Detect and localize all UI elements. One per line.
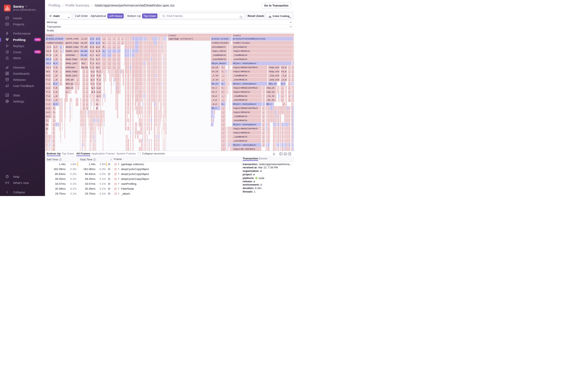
svg-text:…: …	[53, 123, 54, 126]
svg-text:deep…ject: deep…ject	[66, 74, 77, 77]
svg-text:…: …	[83, 91, 84, 93]
svg-text:…: …	[263, 140, 264, 142]
svg-text:req…ck: req…ck	[267, 86, 274, 89]
svg-text:…: …	[83, 78, 84, 81]
svg-text:s…r: s…r	[90, 54, 94, 56]
svg-text:jestAdapter: jestAdapter	[233, 46, 247, 48]
svg-text:u…n: u…n	[46, 111, 50, 114]
svg-text:proces…ctions: proces…ctions	[46, 38, 63, 40]
svg-text:r…: r…	[53, 107, 56, 110]
svg-text:w…c: w…c	[92, 86, 95, 89]
svg-text:…: …	[109, 54, 110, 56]
svg-text:c…: c…	[103, 42, 105, 44]
svg-text:_e…e: _e…e	[211, 103, 217, 105]
svg-text:…: …	[223, 111, 224, 114]
svg-text:…: …	[118, 58, 119, 60]
svg-text:requireModule: requireModule	[233, 111, 250, 114]
svg-text:…: …	[118, 42, 119, 44]
svg-text:f…e: f…e	[46, 95, 50, 97]
svg-text:_…e: _…e	[53, 54, 57, 56]
svg-text:w…c: w…c	[96, 54, 100, 56]
svg-text:…: …	[86, 70, 88, 73]
svg-text:…: …	[86, 86, 88, 89]
svg-text:r…1: r…1	[90, 66, 94, 68]
svg-text:deep…ject: deep…ject	[66, 62, 77, 64]
svg-text:_e…e: _e…e	[281, 78, 287, 81]
svg-text:p…e: p…e	[96, 46, 100, 48]
svg-text:deep…Copy: deep…Copy	[66, 70, 77, 73]
svg-text:…: …	[83, 86, 84, 89]
svg-text:re…r: re…r	[46, 62, 51, 64]
svg-text:re…ck: re…ck	[212, 66, 218, 68]
svg-text:0…>: 0…>	[53, 103, 57, 105]
svg-text:Objec…mous>: Objec…mous>	[212, 62, 226, 64]
svg-text:…: …	[86, 91, 88, 93]
svg-text:act: act	[96, 66, 100, 68]
svg-text:u…y: u…y	[91, 70, 95, 73]
svg-text:un…wn: un…wn	[81, 50, 87, 52]
svg-text:…: …	[118, 66, 119, 68]
svg-text:re…e: re…e	[281, 70, 287, 73]
svg-text:w…: w…	[46, 123, 49, 126]
svg-text:…: …	[292, 66, 293, 68]
svg-text:…: …	[60, 46, 61, 48]
svg-text:a…t: a…t	[96, 62, 100, 64]
svg-text:…: …	[289, 66, 290, 68]
svg-text:_…e: _…e	[53, 58, 57, 60]
svg-text:…: …	[60, 78, 61, 81]
svg-text:…: …	[118, 46, 119, 48]
svg-text:…: …	[118, 62, 119, 64]
svg-text:act: act	[46, 70, 50, 73]
svg-text:…: …	[282, 95, 283, 97]
svg-text:(root): (root)	[233, 34, 241, 37]
svg-text:…: …	[292, 70, 293, 73]
svg-text:requireModule: requireModule	[233, 91, 250, 93]
svg-text:…: …	[223, 140, 224, 142]
svg-text:_execModule: _execModule	[233, 78, 247, 81]
svg-text:…: …	[103, 66, 105, 68]
svg-text:…: …	[223, 128, 224, 130]
svg-text:…: …	[289, 95, 290, 97]
svg-text:…: …	[60, 58, 61, 60]
svg-text:…: …	[118, 54, 119, 56]
svg-text:…: …	[86, 78, 88, 81]
svg-text:…: …	[289, 78, 290, 81]
svg-text:r…e: r…e	[53, 50, 57, 52]
svg-text:…: …	[53, 140, 54, 142]
svg-text:…: …	[53, 128, 54, 130]
svg-text:dee…ct: dee…ct	[66, 86, 74, 89]
svg-text:r…1: r…1	[97, 82, 101, 85]
svg-text:f…e: f…e	[97, 74, 101, 77]
svg-text:…: …	[83, 99, 84, 101]
svg-text:_…e: _…e	[53, 99, 57, 101]
svg-text:Ob…>: Ob…>	[267, 103, 272, 105]
svg-text:Obj…s>: Obj…s>	[269, 82, 277, 85]
svg-text:requireModuleOrMock: requireModuleOrMock	[233, 86, 258, 89]
svg-text:_e…le: _e…le	[211, 78, 218, 81]
svg-text:…: …	[223, 148, 224, 150]
svg-text:j…r: j…r	[53, 46, 57, 48]
svg-text:r…e: r…e	[53, 91, 57, 93]
svg-text:requ…ock: requ…ock	[269, 66, 279, 68]
svg-text:…: …	[223, 115, 224, 118]
svg-text:ca…Fn: ca…Fn	[81, 42, 87, 44]
svg-text:Ob…s>: Ob…s>	[212, 82, 218, 85]
svg-text:_l…le: _l…le	[211, 74, 218, 77]
svg-text:…: …	[109, 58, 110, 60]
svg-text:requireModule: requireModule	[233, 50, 250, 52]
svg-text:…: …	[109, 46, 110, 48]
svg-text:deepC…ject: deepC…ject	[66, 50, 79, 52]
svg-text:f…s: f…s	[46, 78, 50, 81]
svg-text:…: …	[76, 82, 77, 85]
svg-text:…: …	[60, 66, 61, 68]
svg-text:…: …	[103, 58, 105, 60]
svg-text:…: …	[283, 103, 284, 105]
svg-text:…: …	[86, 99, 88, 101]
svg-text:r…: r…	[222, 91, 224, 93]
svg-text:…: …	[289, 70, 290, 73]
svg-text:p…t: p…t	[46, 115, 50, 118]
svg-text:processTicksAndRejections: processTicksAndRejections	[233, 38, 266, 40]
svg-text:…: …	[53, 136, 54, 138]
svg-text:…: …	[292, 78, 293, 81]
svg-text:_loadModule: _loadModule	[233, 115, 247, 118]
